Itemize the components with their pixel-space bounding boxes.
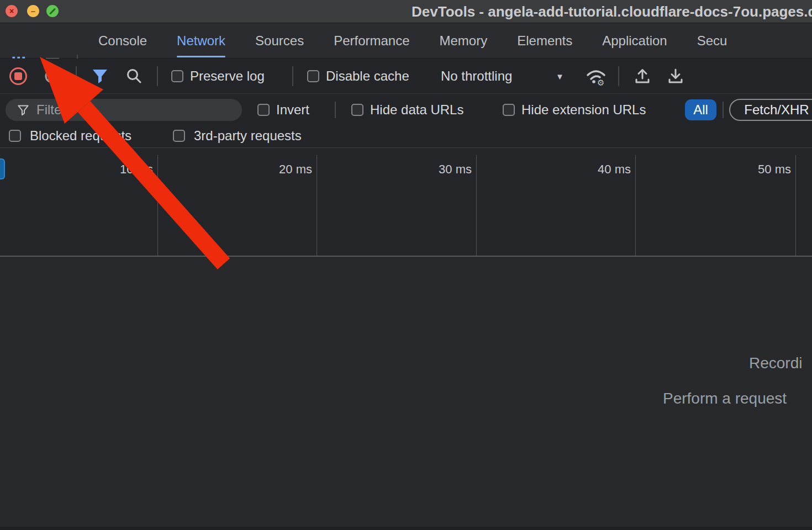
timeline-tick-50ms: 50 ms (758, 162, 791, 177)
invert-checkbox[interactable] (257, 104, 270, 116)
download-icon (667, 67, 684, 86)
zoom-icon (49, 8, 56, 14)
timeline-selection-handle[interactable] (0, 158, 5, 179)
network-conditions-button[interactable]: ⚙ (584, 66, 608, 88)
filter-input[interactable] (36, 102, 219, 118)
disable-cache-checkbox[interactable] (307, 70, 319, 82)
timeline-gridline (476, 155, 477, 256)
tab-security[interactable]: Secu (697, 23, 727, 59)
disable-cache-toggle[interactable]: Disable cache (307, 59, 409, 94)
disable-cache-label: Disable cache (326, 68, 409, 84)
hide-extension-urls-label: Hide extension URLs (521, 102, 646, 118)
request-type-all-chip[interactable]: All (685, 99, 716, 120)
request-type-fetch-xhr-chip[interactable]: Fetch/XHR (729, 99, 812, 121)
filter-row-separator (723, 102, 724, 118)
filter-funnel-icon (92, 68, 108, 84)
stop-record-icon (14, 72, 22, 80)
invert-label: Invert (276, 102, 309, 118)
zoom-window-button[interactable] (46, 5, 59, 17)
preserve-log-checkbox[interactable] (171, 70, 183, 82)
macos-titlebar: × − DevTools - angela-add-tutorial.cloud… (0, 0, 812, 23)
search-network-button[interactable] (125, 67, 144, 85)
clear-icon (44, 68, 60, 84)
throttling-select[interactable]: No throttling (441, 59, 512, 94)
upload-icon (634, 67, 651, 86)
tab-application[interactable]: Application (602, 23, 667, 59)
close-window-button[interactable]: × (6, 5, 18, 17)
timeline-gridline (157, 155, 158, 256)
invert-filter-toggle[interactable]: Invert (257, 94, 309, 126)
tab-elements[interactable]: Elements (517, 23, 572, 59)
toolbar-separator (618, 66, 619, 86)
devtools-tabbar: Console Network Sources Performance Memo… (0, 23, 812, 59)
close-icon: × (9, 7, 14, 15)
tab-sources[interactable]: Sources (255, 23, 304, 59)
preserve-log-label: Preserve log (190, 68, 265, 84)
hide-data-urls-checkbox[interactable] (351, 104, 363, 116)
timeline-tick-40ms: 40 ms (598, 162, 631, 177)
more-filters-row: Blocked requests 3rd-party requests (0, 126, 812, 148)
filter-row-separator (335, 102, 336, 118)
export-har-button[interactable] (666, 67, 685, 86)
network-requests-empty-area: Recordi Perform a request (0, 258, 812, 530)
blocked-requests-toggle[interactable]: Blocked requests (9, 124, 131, 148)
timeline-tick-10ms: 10 ms (120, 162, 153, 177)
filter-input-funnel-icon (18, 105, 29, 115)
empty-state-perform-request-text: Perform a request (663, 390, 787, 407)
window-title: DevTools - angela-add-tutorial.cloudflar… (412, 0, 812, 23)
toolbar-separator (76, 66, 77, 86)
tab-performance[interactable]: Performance (334, 23, 409, 59)
third-party-requests-label: 3rd-party requests (194, 128, 302, 144)
bottom-edge (0, 527, 812, 530)
import-har-button[interactable] (633, 67, 652, 86)
devtools-tabs: Console Network Sources Performance Memo… (98, 23, 727, 59)
third-party-requests-toggle[interactable]: 3rd-party requests (173, 124, 302, 148)
timeline-gridline (795, 155, 796, 256)
preserve-log-toggle[interactable]: Preserve log (171, 59, 265, 94)
blocked-requests-label: Blocked requests (30, 128, 131, 144)
timeline-gridline (635, 155, 636, 256)
minimize-window-button[interactable]: − (27, 5, 39, 17)
network-toolbar: Preserve log Disable cache No throttling… (0, 59, 812, 94)
blocked-requests-checkbox[interactable] (9, 130, 21, 142)
hide-data-urls-label: Hide data URLs (370, 102, 463, 118)
toolbar-separator (157, 66, 158, 86)
empty-state-recording-text: Recordi (749, 354, 802, 372)
record-network-log-button[interactable] (9, 67, 27, 85)
throttling-caret-icon: ▼ (556, 72, 564, 81)
filter-toggle-button[interactable] (91, 67, 109, 85)
network-filter-row: Invert Hide data URLs Hide extension URL… (0, 94, 812, 126)
hide-extension-urls-checkbox[interactable] (503, 104, 515, 116)
clear-network-log-button[interactable] (44, 68, 60, 84)
filter-input-container[interactable] (6, 99, 242, 121)
third-party-requests-checkbox[interactable] (173, 130, 185, 142)
svg-text:⚙: ⚙ (597, 78, 604, 88)
tab-memory[interactable]: Memory (440, 23, 488, 59)
toolbar-separator (292, 66, 293, 86)
network-conditions-icon: ⚙ (584, 66, 608, 88)
timeline-tick-20ms: 20 ms (279, 162, 312, 177)
tab-network[interactable]: Network (177, 23, 225, 59)
hide-extension-urls-toggle[interactable]: Hide extension URLs (503, 94, 646, 126)
timeline-tick-30ms: 30 ms (439, 162, 472, 177)
tab-console[interactable]: Console (98, 23, 147, 59)
timeline-gridline (317, 155, 317, 256)
throttling-value: No throttling (441, 68, 512, 84)
minimize-icon: − (31, 7, 36, 15)
search-icon (126, 68, 143, 84)
devtools-window: × − DevTools - angela-add-tutorial.cloud… (0, 0, 812, 530)
network-overview-timeline: 10 ms 20 ms 30 ms 40 ms 50 ms (0, 149, 812, 257)
hide-data-urls-toggle[interactable]: Hide data URLs (351, 94, 463, 126)
